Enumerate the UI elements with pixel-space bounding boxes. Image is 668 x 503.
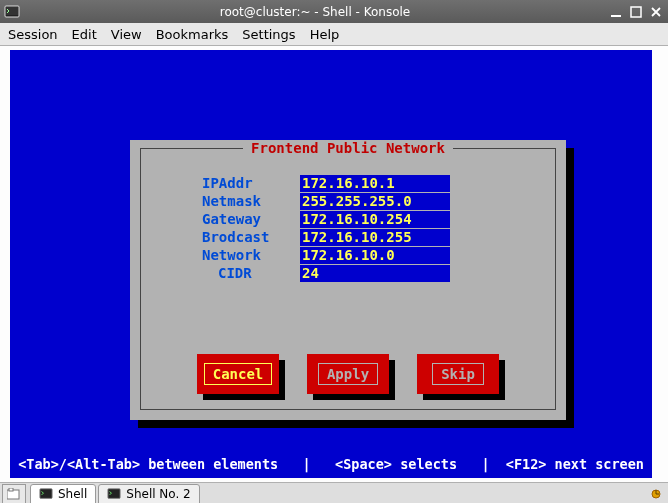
label-network: Network: [170, 247, 300, 263]
label-broadcast: Brodcast: [170, 229, 300, 245]
tab-shell-1[interactable]: Shell: [30, 484, 96, 503]
field-row-network: Network 172.16.10.0: [170, 246, 536, 264]
dialog-title-text: Frontend Public Network: [243, 140, 453, 156]
tab-bar: Shell Shell No. 2: [0, 482, 668, 503]
menubar: Session Edit View Bookmarks Settings Hel…: [0, 23, 668, 46]
label-gateway: Gateway: [170, 211, 300, 227]
label-netmask: Netmask: [170, 193, 300, 209]
dialog-title: Frontend Public Network: [130, 140, 566, 156]
tab-label-1: Shell: [58, 487, 87, 501]
input-gateway[interactable]: 172.16.10.254: [300, 211, 450, 228]
terminal-icon: [39, 487, 53, 501]
field-row-gateway: Gateway 172.16.10.254: [170, 210, 536, 228]
new-tab-button[interactable]: [2, 484, 26, 503]
label-ipaddr: IPAddr: [170, 175, 300, 191]
menu-view[interactable]: View: [111, 27, 142, 42]
apply-button-label: Apply: [318, 363, 378, 385]
app-icon: [4, 4, 20, 20]
svg-rect-7: [108, 489, 120, 499]
terminal-container: Frontend Public Network IPAddr 172.16.10…: [0, 46, 668, 482]
menu-edit[interactable]: Edit: [72, 27, 97, 42]
svg-rect-6: [40, 489, 52, 499]
menu-session[interactable]: Session: [8, 27, 58, 42]
minimize-button[interactable]: [608, 4, 624, 20]
maximize-button[interactable]: [628, 4, 644, 20]
input-broadcast[interactable]: 172.16.10.255: [300, 229, 450, 246]
field-row-cidr: CIDR 24: [170, 264, 536, 282]
window-titlebar: root@cluster:~ - Shell - Konsole: [0, 0, 668, 23]
input-ipaddr[interactable]: 172.16.10.1: [300, 175, 450, 192]
menu-help[interactable]: Help: [310, 27, 340, 42]
hint-bar: <Tab>/<Alt-Tab> between elements | <Spac…: [10, 456, 652, 472]
input-network[interactable]: 172.16.10.0: [300, 247, 450, 264]
tray-icon[interactable]: [646, 485, 666, 503]
menu-bookmarks[interactable]: Bookmarks: [156, 27, 229, 42]
tab-shell-2[interactable]: Shell No. 2: [98, 484, 199, 503]
apply-button[interactable]: Apply: [307, 354, 389, 394]
terminal[interactable]: Frontend Public Network IPAddr 172.16.10…: [10, 50, 652, 478]
svg-rect-5: [9, 488, 13, 491]
input-netmask[interactable]: 255.255.255.0: [300, 193, 450, 210]
window-title: root@cluster:~ - Shell - Konsole: [26, 5, 604, 19]
dialog-fields: IPAddr 172.16.10.1 Netmask 255.255.255.0…: [170, 174, 536, 282]
tab-label-2: Shell No. 2: [126, 487, 190, 501]
svg-rect-2: [611, 15, 621, 17]
label-cidr: CIDR: [170, 265, 300, 281]
svg-rect-3: [631, 7, 641, 17]
dialog-buttons: Cancel Apply Skip: [130, 354, 566, 394]
field-row-ipaddr: IPAddr 172.16.10.1: [170, 174, 536, 192]
field-row-netmask: Netmask 255.255.255.0: [170, 192, 536, 210]
cancel-button[interactable]: Cancel: [197, 354, 279, 394]
skip-button[interactable]: Skip: [417, 354, 499, 394]
menu-settings[interactable]: Settings: [242, 27, 295, 42]
dialog-frontend-network: Frontend Public Network IPAddr 172.16.10…: [130, 140, 566, 420]
skip-button-label: Skip: [432, 363, 484, 385]
close-button[interactable]: [648, 4, 664, 20]
terminal-icon: [107, 487, 121, 501]
input-cidr[interactable]: 24: [300, 265, 450, 282]
cancel-button-label: Cancel: [204, 363, 273, 385]
field-row-broadcast: Brodcast 172.16.10.255: [170, 228, 536, 246]
svg-rect-1: [6, 7, 18, 15]
